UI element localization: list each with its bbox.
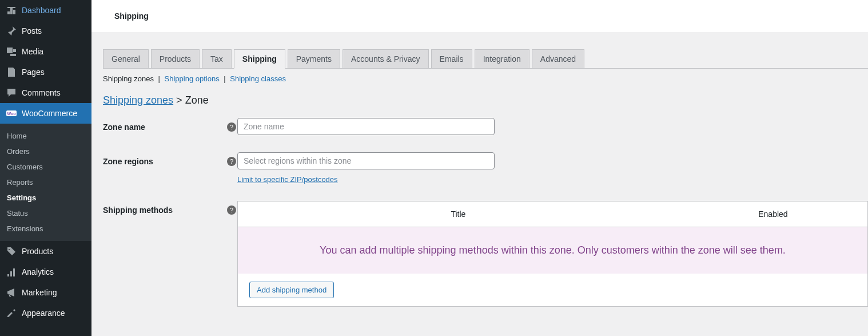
shipping-methods-label: Shipping methods — [103, 201, 226, 215]
sidebar-item-analytics[interactable]: Analytics — [0, 262, 91, 282]
sublink-shipping-options[interactable]: Shipping options — [165, 74, 220, 83]
tab-payments[interactable]: Payments — [288, 49, 340, 68]
add-shipping-method-button[interactable]: Add shipping method — [249, 282, 334, 298]
submenu-item-home[interactable]: Home — [0, 128, 91, 144]
woocommerce-submenu: Home Orders Customers Reports Settings S… — [0, 124, 91, 241]
breadcrumb-current: Zone — [185, 94, 209, 106]
sidebar-item-posts[interactable]: Posts — [0, 21, 91, 41]
sidebar-item-media[interactable]: Media — [0, 41, 91, 62]
sidebar-item-pages[interactable]: Pages — [0, 62, 91, 82]
sidebar-label: Posts — [22, 26, 42, 35]
sidebar-item-woocommerce[interactable]: Woo WooCommerce — [0, 103, 91, 124]
dashboard-icon — [6, 5, 17, 16]
shipping-methods-table: Title Enabled You can add multiple shipp… — [237, 201, 868, 307]
tab-integration[interactable]: Integration — [475, 49, 529, 68]
tab-advanced[interactable]: Advanced — [532, 49, 584, 68]
sidebar-label: Marketing — [22, 288, 57, 297]
help-icon[interactable]: ? — [227, 157, 236, 166]
sidebar-label: Pages — [22, 68, 45, 77]
sidebar-label: Dashboard — [22, 6, 61, 15]
zone-name-input[interactable] — [237, 118, 495, 135]
pin-icon — [6, 25, 17, 37]
settings-tabs: General Products Tax Shipping Payments A… — [103, 49, 868, 69]
th-title: Title — [238, 201, 679, 227]
sublink-shipping-classes[interactable]: Shipping classes — [230, 74, 286, 83]
tab-general[interactable]: General — [103, 49, 149, 68]
sublink-current: Shipping zones — [103, 74, 154, 83]
sidebar-label: Analytics — [22, 267, 54, 276]
breadcrumb-sep: > — [176, 94, 182, 106]
breadcrumb: Shipping zones > Zone — [103, 89, 868, 118]
submenu-item-customers[interactable]: Customers — [0, 159, 91, 175]
page-title: Shipping — [114, 11, 857, 21]
media-icon — [6, 46, 17, 57]
marketing-icon — [6, 287, 17, 298]
woo-icon: Woo — [6, 108, 17, 119]
tab-accounts-privacy[interactable]: Accounts & Privacy — [343, 49, 429, 68]
sidebar-label: WooCommerce — [22, 109, 77, 118]
submenu-item-extensions[interactable]: Extensions — [0, 221, 91, 236]
pages-icon — [6, 66, 17, 78]
admin-sidebar: Dashboard Posts Media Pages Comments Woo… — [0, 0, 91, 336]
submenu-item-settings[interactable]: Settings — [0, 190, 91, 205]
th-enabled: Enabled — [679, 201, 868, 227]
sidebar-label: Media — [22, 47, 43, 56]
sidebar-label: Comments — [22, 88, 61, 97]
sublink-sep: | — [158, 74, 160, 83]
sidebar-item-marketing[interactable]: Marketing — [0, 282, 91, 303]
products-icon — [6, 246, 17, 257]
sidebar-item-comments[interactable]: Comments — [0, 82, 91, 103]
svg-text:Woo: Woo — [7, 112, 15, 116]
zone-regions-label: Zone regions — [103, 152, 226, 166]
zone-regions-input[interactable] — [237, 152, 495, 169]
zone-name-label: Zone name — [103, 118, 226, 132]
tab-emails[interactable]: Emails — [431, 49, 472, 68]
breadcrumb-shipping-zones[interactable]: Shipping zones — [103, 94, 173, 106]
tab-products[interactable]: Products — [151, 49, 200, 68]
help-icon[interactable]: ? — [227, 205, 236, 215]
tab-tax[interactable]: Tax — [202, 49, 232, 68]
analytics-icon — [6, 266, 17, 278]
sidebar-item-products[interactable]: Products — [0, 241, 91, 262]
help-icon[interactable]: ? — [227, 122, 236, 132]
methods-empty-message: You can add multiple shipping methods wi… — [238, 227, 868, 274]
main-content: Shipping General Products Tax Shipping P… — [91, 0, 868, 336]
submenu-item-reports[interactable]: Reports — [0, 175, 91, 190]
comments-icon — [6, 87, 17, 98]
shipping-sublinks: Shipping zones | Shipping options | Ship… — [103, 69, 868, 89]
sublink-sep: | — [224, 74, 225, 83]
submenu-item-orders[interactable]: Orders — [0, 144, 91, 159]
appearance-icon — [6, 307, 17, 319]
sidebar-item-dashboard[interactable]: Dashboard — [0, 0, 91, 21]
sidebar-item-appearance[interactable]: Appearance — [0, 303, 91, 323]
sidebar-label: Appearance — [22, 309, 65, 318]
limit-postcodes-link[interactable]: Limit to specific ZIP/postcodes — [237, 175, 338, 184]
page-header: Shipping — [91, 0, 868, 32]
submenu-item-status[interactable]: Status — [0, 205, 91, 221]
tab-shipping[interactable]: Shipping — [234, 49, 285, 69]
sidebar-label: Products — [22, 247, 53, 256]
